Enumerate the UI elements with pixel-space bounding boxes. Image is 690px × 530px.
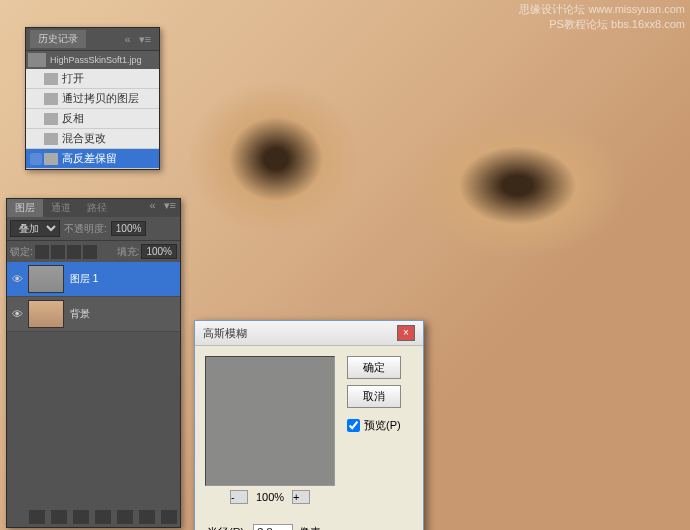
lock-label: 锁定: <box>10 245 33 259</box>
preview-checkbox-row: 预览(P) <box>347 418 401 433</box>
tab-layers[interactable]: 图层 <box>7 199 43 217</box>
watermark: 思缘设计论坛 www.missyuan.com PS教程论坛 bbs.16xx8… <box>519 2 685 32</box>
panel-menu-icon[interactable]: ▾≡ <box>135 33 155 46</box>
trash-icon[interactable] <box>161 510 177 524</box>
layer-thumb[interactable] <box>28 300 64 328</box>
cancel-button[interactable]: 取消 <box>347 385 401 408</box>
history-panel-header[interactable]: 历史记录 « ▾≡ <box>26 28 159 51</box>
lock-row: 锁定: 填充: 100% <box>7 240 180 262</box>
zoom-value: 100% <box>256 491 284 503</box>
radius-input[interactable] <box>253 524 293 530</box>
dialog-titlebar[interactable]: 高斯模糊 × <box>195 321 423 346</box>
history-marker <box>30 113 42 125</box>
radius-label: 半径(R): <box>207 525 247 531</box>
zoom-out-button[interactable]: - <box>230 490 248 504</box>
layer-row[interactable]: 👁 图层 1 <box>7 262 180 297</box>
opacity-label: 不透明度: <box>64 222 107 236</box>
history-panel: 历史记录 « ▾≡ HighPassSkinSoft1.jpg 打开 通过拷贝的… <box>25 27 160 170</box>
fill-field[interactable]: 100% <box>141 244 177 259</box>
layer-name[interactable]: 背景 <box>70 307 90 321</box>
radius-row: 半径(R): 像素 <box>195 518 423 530</box>
snapshot-filename: HighPassSkinSoft1.jpg <box>50 55 142 65</box>
history-item-label: 通过拷贝的图层 <box>62 91 139 106</box>
radius-unit: 像素 <box>299 525 321 531</box>
dialog-body: - 100% + 确定 取消 预览(P) <box>195 346 423 518</box>
history-item[interactable]: 打开 <box>26 69 159 89</box>
history-marker <box>30 133 42 145</box>
dialog-buttons: 确定 取消 预览(P) <box>347 356 401 508</box>
group-icon[interactable] <box>117 510 133 524</box>
snapshot-thumb <box>28 53 46 67</box>
zoom-controls: - 100% + <box>205 486 335 508</box>
invert-icon <box>44 113 58 125</box>
gaussian-blur-dialog: 高斯模糊 × - 100% + 确定 取消 预览(P) 半径(R): 像素 <box>194 320 424 530</box>
visibility-icon[interactable]: 👁 <box>10 272 24 286</box>
history-item[interactable]: 高反差保留 <box>26 149 159 169</box>
preview-column: - 100% + <box>205 356 335 508</box>
history-tab[interactable]: 历史记录 <box>30 30 86 48</box>
history-item[interactable]: 反相 <box>26 109 159 129</box>
lock-all-icon[interactable] <box>83 245 97 259</box>
history-marker <box>30 93 42 105</box>
adjustment-icon[interactable] <box>95 510 111 524</box>
history-marker <box>30 73 42 85</box>
fx-icon[interactable] <box>51 510 67 524</box>
fill-label: 填充: <box>117 245 140 259</box>
visibility-icon[interactable]: 👁 <box>10 307 24 321</box>
blend-mode-dropdown[interactable]: 叠加 <box>10 220 60 237</box>
ok-button[interactable]: 确定 <box>347 356 401 379</box>
history-item-label: 反相 <box>62 111 84 126</box>
history-item[interactable]: 混合更改 <box>26 129 159 149</box>
panel-collapse-icon[interactable]: « <box>120 33 134 45</box>
layers-controls: 叠加 不透明度: 100% <box>7 217 180 240</box>
blend-icon <box>44 133 58 145</box>
layer-thumb[interactable] <box>28 265 64 293</box>
layers-panel: 图层 通道 路径 « ▾≡ 叠加 不透明度: 100% 锁定: 填充: 100%… <box>6 198 181 528</box>
tab-paths[interactable]: 路径 <box>79 199 115 217</box>
layers-panel-tabs: 图层 通道 路径 « ▾≡ <box>7 199 180 217</box>
lock-transparency-icon[interactable] <box>35 245 49 259</box>
history-item[interactable]: 通过拷贝的图层 <box>26 89 159 109</box>
panel-collapse-icon[interactable]: « <box>145 199 159 217</box>
zoom-in-button[interactable]: + <box>292 490 310 504</box>
history-snapshot-row[interactable]: HighPassSkinSoft1.jpg <box>26 51 159 69</box>
history-item-label: 打开 <box>62 71 84 86</box>
new-layer-icon[interactable] <box>139 510 155 524</box>
tab-channels[interactable]: 通道 <box>43 199 79 217</box>
layers-list: 👁 图层 1 👁 背景 <box>7 262 180 332</box>
highpass-icon <box>44 153 58 165</box>
preview-image[interactable] <box>205 356 335 486</box>
close-icon[interactable]: × <box>397 325 415 341</box>
file-icon <box>44 73 58 85</box>
layer-icon <box>44 93 58 105</box>
layer-name[interactable]: 图层 1 <box>70 272 98 286</box>
preview-label: 预览(P) <box>364 418 401 433</box>
lock-pixels-icon[interactable] <box>51 245 65 259</box>
dialog-title-text: 高斯模糊 <box>203 326 247 341</box>
layers-bottom-toolbar <box>7 507 180 527</box>
opacity-field[interactable]: 100% <box>111 221 147 236</box>
link-icon[interactable] <box>29 510 45 524</box>
layer-row[interactable]: 👁 背景 <box>7 297 180 332</box>
lock-position-icon[interactable] <box>67 245 81 259</box>
panel-menu-icon[interactable]: ▾≡ <box>160 199 180 217</box>
mask-icon[interactable] <box>73 510 89 524</box>
history-item-label: 高反差保留 <box>62 151 117 166</box>
history-item-label: 混合更改 <box>62 131 106 146</box>
history-brush-marker-icon[interactable] <box>30 153 42 165</box>
preview-checkbox[interactable] <box>347 419 360 432</box>
